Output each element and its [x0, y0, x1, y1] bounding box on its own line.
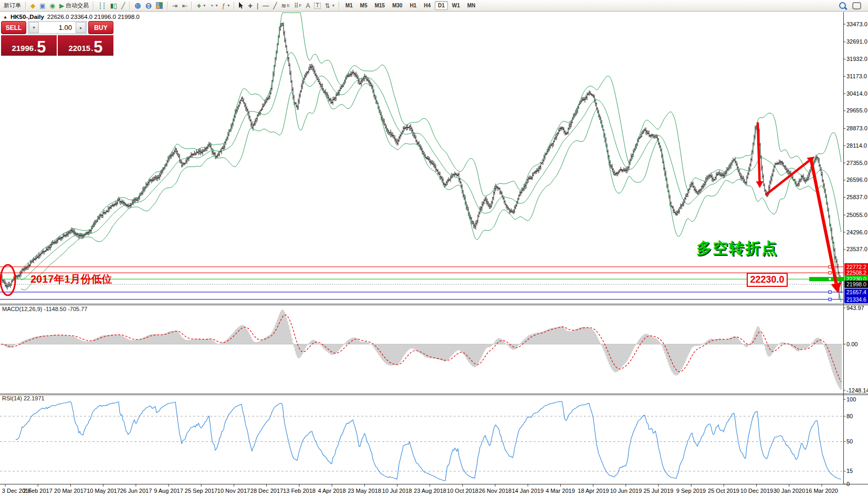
- text-label-icon[interactable]: T: [312, 1, 322, 11]
- price-level-label-21334.6: 21334.6: [844, 296, 868, 303]
- horizontal-line-icon[interactable]: —: [260, 1, 271, 11]
- cursor-icon[interactable]: [237, 1, 246, 11]
- rsi-axis-label: 100: [846, 396, 856, 402]
- tab-timeframe-M5[interactable]: M5: [357, 1, 371, 10]
- crosshair-icon[interactable]: +: [246, 1, 255, 11]
- new-order-button[interactable]: 新订单: [2, 1, 23, 11]
- buy-button[interactable]: BUY: [88, 21, 113, 34]
- sell-price-display[interactable]: 21996.5: [1, 35, 57, 56]
- y-axis-label: 27355.0: [846, 160, 867, 166]
- tile-windows-icon[interactable]: [154, 1, 165, 11]
- y-axis-label: 31932.0: [846, 56, 867, 62]
- y-axis-label: 29655.0: [846, 107, 867, 113]
- symbol-period-label: HK50-,Daily: [11, 14, 44, 20]
- tab-timeframe-H4[interactable]: H4: [421, 1, 434, 10]
- chart-title: ▲ HK50-,Daily 22626.0 23364.0 21996.0 21…: [3, 14, 140, 20]
- rsi-indicator-label: RSI(14) 22.1971: [2, 395, 45, 401]
- buy-price-main: 22015: [68, 44, 90, 53]
- sell-price-big-digit: 5: [37, 40, 46, 54]
- x-axis-label: 16 Mar 2020: [806, 488, 838, 494]
- tab-timeframe-M15[interactable]: M15: [371, 1, 388, 10]
- x-axis-label: 26 Jun 2017: [120, 488, 152, 494]
- x-axis-label: 14 Jan 2019: [512, 488, 544, 494]
- tab-timeframe-W1[interactable]: W1: [449, 1, 463, 10]
- zoom-out-icon[interactable]: ⊖: [143, 1, 154, 11]
- x-axis-label: 10 Oct 2018: [447, 488, 478, 494]
- rsi-axis-label: 80: [846, 413, 853, 419]
- rsi-axis-label: 0: [846, 481, 850, 487]
- rsi-axis-label: 50: [846, 438, 853, 445]
- y-axis-label: 31173.0: [846, 73, 867, 79]
- toolbar-separator: [25, 2, 26, 10]
- volume-control: ▼ 1.00 ▲: [28, 21, 87, 34]
- x-axis-label: 20 Mar 2017: [54, 488, 87, 494]
- sell-price-main: 21996: [12, 44, 34, 53]
- x-axis-label: 25 Oct 2019: [708, 488, 739, 494]
- toolbar-separator: [167, 2, 168, 10]
- x-axis-label: 30 Jan 2020: [773, 488, 806, 494]
- x-axis-label: 4 Mar 2019: [546, 488, 575, 494]
- chat-icon[interactable]: [852, 2, 861, 9]
- x-axis-label: 10 Jun 2019: [610, 488, 642, 494]
- sell-button[interactable]: SELL: [1, 21, 26, 34]
- x-axis-label: 18 Apr 2019: [578, 488, 609, 494]
- x-axis-label: 10 May 2017: [87, 488, 120, 494]
- buy-price-display[interactable]: 22015.5: [58, 35, 113, 56]
- y-axis-label: 23537.0: [846, 246, 867, 252]
- chart-shift-icon[interactable]: ⇤: [180, 1, 189, 11]
- market-watch-icon[interactable]: ▣: [37, 1, 47, 11]
- trendline-icon[interactable]: ╱: [271, 1, 279, 11]
- price-level-box-22230[interactable]: 22230.0: [747, 273, 788, 287]
- autotrading-button[interactable]: ▶自动交易: [57, 1, 91, 11]
- macd-axis-label: 0.00: [846, 341, 857, 347]
- buy-price-big-digit: 5: [93, 40, 102, 54]
- templates-button[interactable]: ƒ▾: [220, 1, 232, 11]
- y-axis-label: 26596.0: [846, 177, 867, 183]
- vertical-line-icon[interactable]: |: [255, 1, 260, 11]
- x-axis-label: 23 May 2018: [348, 488, 381, 494]
- buy-price-dot: .: [91, 44, 93, 53]
- y-axis-label: 28873.0: [846, 125, 867, 131]
- fibonacci-icon[interactable]: ⠿F: [292, 1, 304, 11]
- x-axis-label: 28 Dec 2017: [250, 488, 283, 494]
- trend-arrow[interactable]: [811, 158, 836, 283]
- collapse-icon[interactable]: ▲: [3, 15, 7, 19]
- deposit-icon[interactable]: ◆: [28, 1, 37, 11]
- auto-scroll-icon[interactable]: ⇥: [170, 1, 180, 11]
- tab-timeframe-M1[interactable]: M1: [342, 1, 356, 10]
- x-axis-label: 9 Aug 2017: [154, 488, 183, 494]
- bar-chart-icon[interactable]: ┆┆: [96, 1, 108, 11]
- volume-input[interactable]: 1.00: [39, 22, 75, 34]
- y-axis-label: 33473.0: [846, 21, 867, 27]
- tab-timeframe-MN[interactable]: MN: [464, 1, 479, 10]
- chart-area[interactable]: 33473.032691.031932.031173.030414.029655…: [0, 12, 868, 496]
- line-chart-icon[interactable]: ╱: [119, 1, 127, 11]
- candlestick-icon[interactable]: ▮▯: [108, 1, 119, 11]
- one-click-trading-panel: SELL ▼ 1.00 ▲ BUY 21996.5 22015.5: [1, 21, 113, 56]
- price-level-label-21998: 21998.0: [844, 281, 868, 288]
- y-axis-label: 28114.0: [846, 142, 867, 149]
- y-axis-label: 25055.0: [846, 212, 867, 218]
- text-icon[interactable]: A: [304, 1, 312, 11]
- search-icon[interactable]: [839, 2, 846, 9]
- x-axis-label: 2 Feb 2017: [23, 488, 53, 494]
- y-axis-label: 32691.0: [846, 38, 867, 45]
- volume-decrease-button[interactable]: ▼: [29, 22, 39, 33]
- new-chart-button[interactable]: +▾: [194, 1, 207, 11]
- annotation-2017-low[interactable]: 2017年1月份低位: [30, 272, 112, 286]
- x-axis-label: 13 Feb 2018: [283, 488, 316, 494]
- zoom-in-icon[interactable]: ⊕: [132, 1, 143, 11]
- tab-timeframe-H1[interactable]: H1: [406, 1, 420, 10]
- arrows-tool-icon[interactable]: ⇅▾: [323, 1, 337, 11]
- x-axis-label: 23 Aug 2018: [414, 488, 446, 494]
- tab-timeframe-M30[interactable]: M30: [389, 1, 405, 10]
- periods-button[interactable]: ◔▾: [207, 1, 219, 11]
- annotation-turning-point[interactable]: 多空转折点: [696, 238, 778, 259]
- toolbar-separator: [191, 2, 192, 10]
- macd-indicator-label: MACD(12,26,9) -1148.50 -705.77: [2, 306, 87, 312]
- equidistant-channel-icon[interactable]: ≋E: [279, 1, 291, 11]
- x-axis-label: 25 Jul 2019: [644, 488, 674, 494]
- signals-icon[interactable]: ◉: [48, 1, 57, 11]
- tab-timeframe-D1[interactable]: D1: [435, 1, 448, 10]
- volume-increase-button[interactable]: ▲: [76, 22, 86, 33]
